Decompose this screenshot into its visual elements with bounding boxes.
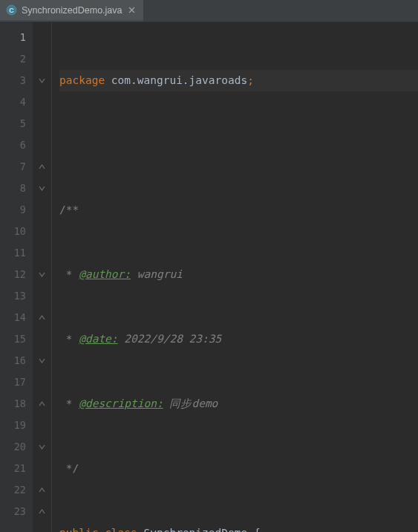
line-number: 1 [0, 27, 26, 48]
line-number: 20 [0, 436, 26, 458]
line-number-gutter: 1 2 3 4 5 6 7 8 9 10 11 12 13 14 15 16 1… [0, 22, 33, 532]
line-number: 21 [0, 458, 26, 479]
java-class-icon: C [6, 4, 17, 16]
line-number: 5 [0, 113, 26, 134]
line-number: 22 [0, 479, 26, 501]
line-number: 8 [0, 178, 26, 199]
line-number: 14 [0, 307, 26, 328]
fold-end-icon [33, 501, 51, 522]
code-line: public class SynchronizedDemo { [59, 522, 418, 532]
code-line: * @date: 2022/9/28 23:35 [59, 328, 418, 350]
line-number: 23 [0, 501, 26, 522]
line-number: 7 [0, 156, 26, 178]
fold-toggle-icon[interactable] [33, 350, 51, 372]
fold-toggle-icon[interactable] [33, 178, 51, 199]
fold-toggle-icon[interactable] [33, 70, 51, 91]
svg-text:C: C [9, 7, 14, 14]
code-line: * @author: wangrui [59, 264, 418, 285]
line-number: 6 [0, 134, 26, 156]
code-area[interactable]: package com.wangrui.javaroads; /** * @au… [52, 22, 418, 532]
fold-end-icon [33, 393, 51, 415]
line-number: 17 [0, 372, 26, 393]
line-number: 12 [0, 264, 26, 285]
fold-end-icon [33, 156, 51, 178]
line-number: 10 [0, 221, 26, 242]
line-number: 15 [0, 328, 26, 350]
line-number: 16 [0, 350, 26, 372]
tab-bar: C SynchronizedDemo.java [0, 0, 418, 22]
line-number: 3 [0, 70, 26, 91]
code-line: package com.wangrui.javaroads; [59, 70, 418, 91]
line-number: 13 [0, 285, 26, 307]
tab-filename: SynchronizedDemo.java [22, 5, 123, 16]
fold-toggle-icon[interactable] [33, 436, 51, 458]
code-editor[interactable]: 1 2 3 4 5 6 7 8 9 10 11 12 13 14 15 16 1… [0, 22, 418, 532]
code-line: /** [59, 199, 418, 221]
fold-gutter [33, 22, 52, 532]
fold-toggle-icon[interactable] [33, 264, 51, 285]
line-number: 9 [0, 199, 26, 221]
line-number: 11 [0, 242, 26, 264]
code-line [59, 134, 418, 156]
fold-end-icon [33, 479, 51, 501]
line-number: 4 [0, 91, 26, 113]
line-number: 2 [0, 48, 26, 70]
line-number: 19 [0, 415, 26, 436]
fold-end-icon [33, 307, 51, 328]
line-number: 18 [0, 393, 26, 415]
close-icon[interactable] [127, 5, 137, 16]
file-tab[interactable]: C SynchronizedDemo.java [0, 0, 143, 22]
code-line: * @description: 同步demo [59, 393, 418, 415]
code-line: */ [59, 458, 418, 479]
